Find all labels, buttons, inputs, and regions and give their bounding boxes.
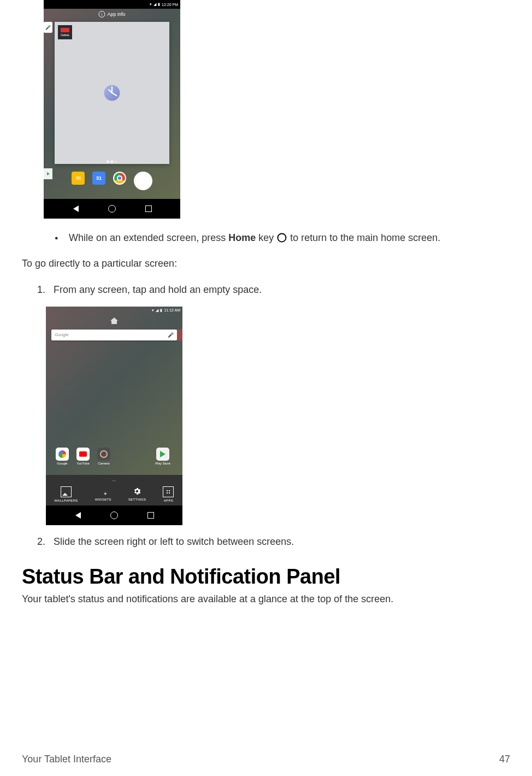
side-peek — [177, 330, 182, 340]
intro-paragraph: To go directly to a particular screen: — [22, 256, 510, 271]
bullet-item: While on an extended screen, press Home … — [55, 231, 510, 245]
search-bar: Google 🎤 — [51, 330, 177, 340]
battery-icon: ▮ — [158, 2, 160, 7]
page-footer: Your Tablet Interface 47 — [22, 754, 510, 765]
home-icon — [110, 511, 119, 520]
screenshot-extended-home: ▾ ◢ ▮ 12:20 PM i App info 🎤 Galiste — [44, 0, 180, 219]
apps-icon — [163, 486, 174, 497]
apps-drawer-icon — [134, 172, 152, 190]
nav-bar — [44, 199, 180, 219]
app-info-label: App info — [107, 11, 125, 17]
mic-icon: 🎤 — [44, 22, 52, 33]
footer-title: Your Tablet Interface — [22, 754, 111, 765]
app-camera: Camera — [97, 448, 110, 465]
option-wallpapers: WALLPAPERS — [55, 486, 78, 502]
bullet-list: While on an extended screen, press Home … — [55, 231, 510, 245]
mail-icon: ✉ — [72, 172, 85, 185]
dock: ✉ 31 — [44, 172, 180, 190]
bullet-text-bold: Home — [228, 232, 256, 243]
page-number: 47 — [499, 754, 510, 765]
app-label: Camera — [98, 462, 109, 465]
app-play-store: Play Store — [155, 448, 170, 465]
app-label: Play Store — [155, 462, 170, 465]
chrome-icon — [113, 172, 126, 185]
wifi-icon: ▾ — [150, 2, 152, 7]
status-bar: ▾ ◢ ▮ 11:12 AM — [46, 307, 182, 314]
news-widget: Galiste — [58, 25, 72, 39]
section-heading: Status Bar and Notification Panel — [22, 565, 510, 589]
play-store-icon — [156, 448, 169, 461]
battery-icon: ▮ — [160, 308, 162, 313]
steps-list: From any screen, tap and hold an empty s… — [48, 282, 510, 298]
option-label: APPS — [164, 499, 173, 502]
left-strip: 🎤 — [44, 22, 52, 179]
calendar-icon: 31 — [92, 172, 105, 185]
app-label: YouTube — [76, 462, 90, 465]
app-google: Google — [56, 448, 69, 465]
floating-panel: Galiste — [55, 22, 169, 164]
step-1: From any screen, tap and hold an empty s… — [48, 282, 510, 298]
option-label: WALLPAPERS — [55, 499, 78, 502]
app-label: Google — [57, 462, 67, 465]
steps-list-cont: Slide the screen right or left to switch… — [48, 534, 510, 550]
bullet-text-mid: key — [256, 232, 276, 243]
google-icon — [56, 448, 69, 461]
edit-bar: ︿ WALLPAPERS WIDGETS SETTINGS — [46, 475, 182, 505]
screenshot-home-edit: ▾ ◢ ▮ 11:12 AM Google 🎤 Google YouTube — [46, 307, 182, 525]
status-bar: ▾ ◢ ▮ 12:20 PM — [44, 0, 180, 9]
option-settings: SETTINGS — [128, 486, 146, 502]
wifi-icon: ▾ — [152, 308, 154, 313]
option-label: SETTINGS — [128, 498, 146, 501]
option-label: WIDGETS — [95, 498, 111, 501]
step-2: Slide the screen right or left to switch… — [48, 534, 510, 550]
app-info-pill: i App info — [98, 11, 125, 17]
search-brand: Google — [55, 332, 69, 337]
app-row: Google YouTube Camera Play Store — [46, 448, 182, 465]
home-key-icon — [276, 232, 287, 243]
signal-icon: ◢ — [153, 2, 156, 7]
settings-icon — [132, 486, 142, 496]
back-icon — [74, 511, 82, 520]
camera-icon — [97, 448, 110, 461]
mic-icon: 🎤 — [168, 332, 174, 338]
status-time: 11:12 AM — [164, 308, 180, 312]
nav-bar — [46, 505, 182, 525]
app-youtube: YouTube — [76, 448, 90, 465]
option-apps: APPS — [163, 486, 174, 502]
bullet-text-post: to return to the main home screen. — [287, 232, 440, 243]
section-intro: Your tablet's status and notifications a… — [22, 592, 510, 607]
handle-icon: ︿ — [112, 477, 116, 483]
widgets-icon — [98, 486, 108, 496]
page-indicator: ■ ■ + — [44, 159, 180, 164]
home-icon — [108, 204, 116, 213]
page: ▾ ◢ ▮ 12:20 PM i App info 🎤 Galiste — [0, 0, 532, 776]
status-time: 12:20 PM — [162, 3, 178, 7]
clock-icon — [103, 84, 121, 102]
signal-icon: ◢ — [156, 308, 158, 313]
recent-icon — [144, 204, 153, 213]
option-widgets: WIDGETS — [95, 486, 111, 502]
bullet-text-pre: While on an extended screen, press — [69, 232, 228, 243]
youtube-icon — [76, 448, 90, 461]
back-icon — [72, 204, 80, 213]
svg-point-1 — [278, 234, 286, 242]
recent-icon — [146, 511, 155, 520]
wallpapers-icon — [61, 486, 72, 497]
widget-label: Galiste — [61, 33, 69, 37]
home-shape-icon — [110, 318, 118, 324]
info-icon: i — [98, 11, 105, 17]
top-home-indicator — [46, 318, 182, 324]
